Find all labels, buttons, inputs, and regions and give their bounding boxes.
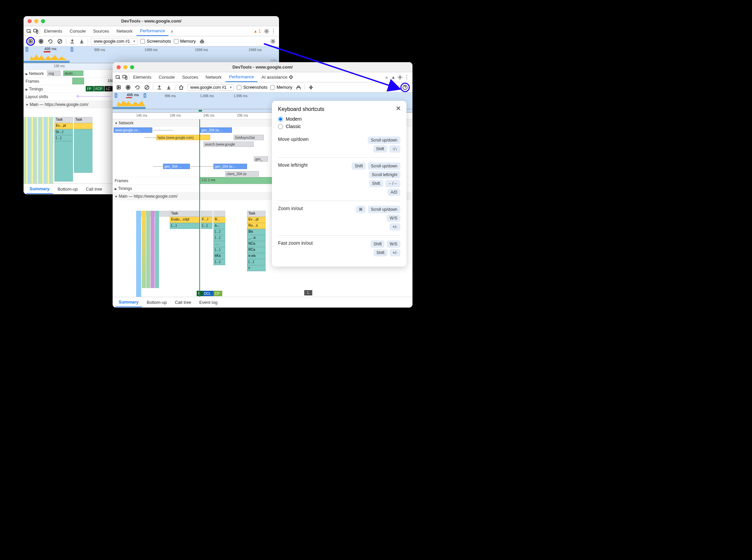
recording-select[interactable]: www.google.com #1 (91, 38, 138, 45)
settings-icon[interactable] (397, 74, 403, 80)
zoom-window-button[interactable] (41, 19, 45, 23)
flame-cell[interactable]: R… (214, 217, 225, 223)
shortcut-label: Move left/right (278, 162, 308, 168)
kebab-menu-icon[interactable]: ⋮ (270, 28, 276, 34)
flame-cell[interactable]: e.wa (247, 253, 265, 259)
flame-cell[interactable]: Task (170, 211, 200, 217)
range-handle-right[interactable]: || (71, 47, 73, 52)
tab-ai[interactable]: AI assistance (258, 73, 297, 82)
footer-calltree[interactable]: Call tree (172, 298, 194, 307)
device-toolbar-icon[interactable] (33, 28, 39, 34)
flame-cell[interactable]: (…) (214, 229, 225, 235)
tab-performance[interactable]: Performance (137, 26, 168, 36)
kebab-menu-icon[interactable]: ⋮ (404, 74, 410, 80)
upload-icon[interactable] (69, 38, 76, 45)
device-toolbar-icon[interactable] (122, 74, 128, 80)
reload-button[interactable] (47, 38, 54, 45)
footer-bottomup[interactable]: Bottom-up (143, 298, 170, 307)
flame-cell[interactable]: (…) (247, 259, 265, 265)
flame-cell[interactable] (201, 211, 213, 217)
download-icon[interactable] (78, 38, 85, 45)
radio-modern[interactable]: Modern (278, 116, 400, 122)
panel-settings-icon[interactable] (391, 84, 398, 91)
record-reload-button[interactable] (26, 37, 35, 46)
tab-console[interactable]: Console (66, 26, 89, 36)
warning-badge[interactable]: ▲ 1 (252, 29, 263, 34)
tab-elements[interactable]: Elements (130, 73, 155, 82)
flame-cell[interactable]: Evalu…cript (170, 217, 200, 223)
timeline-overview[interactable]: || || 498 ms 998 ms 1498 ms 1998 ms 2498… (23, 46, 279, 63)
memory-checkbox[interactable]: Memory (174, 39, 196, 44)
inspect-icon[interactable] (26, 28, 32, 34)
collapse-icon[interactable] (308, 84, 314, 91)
reload-button[interactable] (134, 84, 141, 91)
clear-button[interactable] (143, 84, 150, 91)
tab-elements[interactable]: Elements (41, 26, 65, 36)
flame-cell[interactable]: c (247, 265, 265, 271)
close-window-button[interactable] (117, 65, 121, 69)
download-icon[interactable] (165, 84, 172, 91)
tab-network[interactable]: Network (202, 73, 225, 82)
more-tabs-icon[interactable]: » (169, 28, 175, 34)
close-window-button[interactable] (27, 19, 32, 23)
flame-cell[interactable]: (…) (214, 247, 225, 253)
shortcuts-help-button[interactable] (400, 83, 410, 92)
radio-classic[interactable]: Classic (278, 124, 400, 129)
tab-sources[interactable]: Sources (90, 26, 113, 36)
screenshots-checkbox[interactable]: Screenshots (140, 39, 171, 44)
tab-network[interactable]: Network (113, 26, 136, 36)
warning-icon[interactable]: ▲ (390, 74, 396, 80)
collect-garbage-icon[interactable] (199, 38, 205, 45)
flame-cell[interactable]: F…l (201, 217, 213, 223)
overview-marker (44, 51, 51, 53)
flame-cell[interactable]: _…a (247, 235, 265, 241)
home-icon[interactable] (178, 84, 184, 91)
memory-checkbox[interactable]: Memory (270, 85, 293, 90)
close-icon[interactable] (396, 105, 402, 112)
range-handle-right[interactable]: || (143, 93, 146, 98)
svg-marker-9 (29, 55, 70, 60)
tab-console[interactable]: Console (155, 73, 178, 82)
flame-cell[interactable]: Ru…s (247, 223, 265, 229)
flame-cell[interactable]: Ev…pt (247, 217, 265, 223)
more-tabs-icon[interactable]: » (383, 74, 390, 80)
screenshots-checkbox[interactable]: Screenshots (237, 85, 267, 90)
inspect-icon[interactable] (115, 74, 121, 80)
record-button[interactable] (38, 38, 44, 45)
tab-sources[interactable]: Sources (179, 73, 202, 82)
flame-cell[interactable]: NCa (247, 241, 265, 247)
popup-title: Keyboard shortcuts (278, 106, 400, 112)
range-handle-left[interactable]: || (115, 93, 117, 98)
shortcut-section: Move up/downScroll up/downShift↑/↓ (278, 132, 400, 157)
flame-cell[interactable]: (…) (214, 235, 225, 241)
flame-cell[interactable]: kKa (214, 253, 225, 259)
tab-performance[interactable]: Performance (225, 72, 257, 82)
footer-summary[interactable]: Summary (26, 184, 53, 194)
zoom-window-button[interactable] (130, 65, 134, 69)
flame-cell[interactable]: RCa (247, 247, 265, 253)
collect-garbage-icon[interactable] (295, 84, 302, 91)
panel-settings-icon[interactable] (270, 38, 276, 45)
flame-cell[interactable]: (…) (214, 259, 225, 265)
footer-summary[interactable]: Summary (115, 298, 142, 307)
flame-cell[interactable] (214, 211, 225, 217)
record-button[interactable] (125, 84, 132, 91)
flame-cell[interactable]: $ia (247, 229, 265, 235)
range-handle-left[interactable]: || (25, 47, 28, 52)
flame-cell[interactable]: (…) (201, 223, 213, 229)
flame-cell[interactable]: Task (247, 211, 265, 217)
upload-icon[interactable] (156, 84, 163, 91)
minimize-window-button[interactable] (123, 65, 127, 69)
settings-icon[interactable] (263, 28, 270, 34)
flame-cell[interactable]: (…) (170, 223, 200, 229)
recording-select[interactable]: www.google.com #1 (187, 84, 234, 91)
footer-bottomup[interactable]: Bottom-up (54, 184, 81, 194)
minimize-window-button[interactable] (34, 19, 38, 23)
record-reload-button[interactable] (115, 84, 122, 91)
footer-eventlog[interactable]: Event log (196, 298, 221, 307)
shortcut-key: Shift (374, 249, 388, 257)
footer-calltree[interactable]: Call tree (82, 184, 105, 194)
clear-button[interactable] (57, 38, 63, 45)
flame-cell[interactable]: .… (214, 241, 225, 247)
flame-cell[interactable]: a… (214, 223, 225, 229)
